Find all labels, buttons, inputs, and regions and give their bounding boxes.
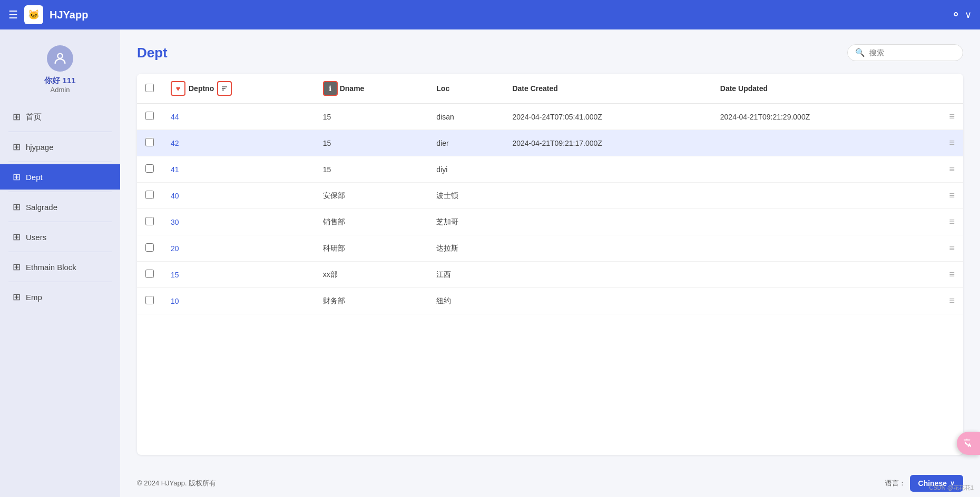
cell-deptno[interactable]: 40	[162, 183, 315, 209]
sidebar-item-ethmain-block[interactable]: ⊞ Ethmain Block	[0, 254, 120, 280]
sidebar-item-salgrade[interactable]: ⊞ Salgrade	[0, 194, 120, 220]
nav-divider	[8, 192, 112, 192]
cell-date-created	[504, 235, 711, 262]
cell-deptno[interactable]: 20	[162, 235, 315, 262]
cell-dname: 15	[315, 130, 428, 156]
cell-date-created: 2024-04-21T09:21:17.000Z	[504, 130, 711, 156]
table-row: 15 xx部 江西 ≡	[137, 262, 963, 288]
cell-date-updated	[712, 288, 919, 314]
user-role: Admin	[51, 86, 70, 94]
user-profile: 你好 111 Admin	[0, 40, 120, 104]
table-row: 10 财务部 纽约 ≡	[137, 288, 963, 314]
search-input[interactable]	[869, 48, 954, 57]
user-name: 你好 111	[44, 76, 75, 86]
col-dname-label: Dname	[340, 84, 365, 93]
row-checkbox[interactable]	[145, 112, 154, 120]
sidebar-item-users[interactable]: ⊞ Users	[0, 224, 120, 250]
row-action-button[interactable]: ≡	[919, 262, 963, 288]
user-icon-nav[interactable]: ⚬	[951, 8, 961, 22]
cell-loc: 达拉斯	[428, 235, 504, 262]
row-checkbox[interactable]	[145, 243, 154, 252]
cell-deptno[interactable]: 30	[162, 209, 315, 235]
cell-dname: 15	[315, 104, 428, 130]
row-action-button[interactable]: ≡	[919, 288, 963, 314]
col-date-updated: Date Updated	[712, 74, 919, 104]
row-action-button[interactable]: ≡	[919, 130, 963, 156]
table-row: 41 15 diyi ≡	[137, 156, 963, 183]
sidebar-item-dept[interactable]: ⊞ Dept	[0, 164, 120, 190]
cell-loc: disan	[428, 104, 504, 130]
col-date-updated-label: Date Updated	[720, 84, 768, 93]
cell-date-created: 2024-04-24T07:05:41.000Z	[504, 104, 711, 130]
cell-date-created	[504, 156, 711, 183]
heart-button[interactable]: ♥	[171, 81, 185, 96]
row-checkbox-cell	[137, 130, 162, 156]
sidebar-item-label: Emp	[26, 293, 42, 302]
cell-date-updated	[712, 235, 919, 262]
row-checkbox[interactable]	[145, 164, 154, 173]
cell-deptno[interactable]: 15	[162, 262, 315, 288]
sort-button[interactable]	[217, 81, 232, 96]
row-checkbox[interactable]	[145, 296, 154, 304]
translate-float-button[interactable]	[957, 432, 980, 455]
cell-deptno[interactable]: 44	[162, 104, 315, 130]
sidebar-item-label: Salgrade	[26, 203, 57, 212]
col-loc-label: Loc	[436, 84, 449, 93]
chevron-down-icon[interactable]: ∨	[965, 9, 972, 21]
table-row: 40 安保部 波士顿 ≡	[137, 183, 963, 209]
select-all-checkbox[interactable]	[145, 84, 154, 92]
table-container: ♥ Deptno	[137, 74, 963, 455]
row-action-button[interactable]: ≡	[919, 156, 963, 183]
col-deptno-header: ♥ Deptno	[171, 81, 306, 96]
table-row: 20 科研部 达拉斯 ≡	[137, 235, 963, 262]
row-checkbox[interactable]	[145, 217, 154, 225]
sidebar: 你好 111 Admin ⊞ 首页 ⊞ hjypage ⊞ Dept ⊞ Sal…	[0, 29, 120, 497]
select-all-cell	[137, 74, 162, 104]
info-button[interactable]: ℹ	[323, 81, 338, 96]
cell-date-updated	[712, 183, 919, 209]
row-action-button[interactable]: ≡	[919, 104, 963, 130]
cell-deptno[interactable]: 10	[162, 288, 315, 314]
cell-date-created	[504, 262, 711, 288]
avatar	[47, 45, 73, 72]
table-header-row: ♥ Deptno	[137, 74, 963, 104]
cell-deptno[interactable]: 41	[162, 156, 315, 183]
nav-items: ⊞ 首页 ⊞ hjypage ⊞ Dept ⊞ Salgrade ⊞ Users	[0, 104, 120, 310]
row-checkbox-cell	[137, 156, 162, 183]
col-actions	[919, 74, 963, 104]
nav-left: ☰ 🐱 HJYapp	[8, 5, 88, 24]
nav-divider	[8, 252, 112, 252]
sidebar-item-emp[interactable]: ⊞ Emp	[0, 284, 120, 310]
sidebar-item-label: 首页	[26, 112, 42, 122]
cell-loc: dier	[428, 130, 504, 156]
row-checkbox[interactable]	[145, 270, 154, 278]
svg-point-0	[57, 54, 62, 58]
row-checkbox[interactable]	[145, 191, 154, 199]
row-checkbox[interactable]	[145, 138, 154, 146]
nav-divider	[8, 282, 112, 282]
sidebar-item-label: hjypage	[26, 143, 54, 152]
sidebar-item-home[interactable]: ⊞ 首页	[0, 104, 120, 130]
nav-right: ⚬ ∨	[951, 8, 972, 22]
cell-loc: 江西	[428, 262, 504, 288]
sidebar-item-label: Ethmain Block	[26, 263, 76, 272]
nav-divider	[8, 222, 112, 222]
cell-deptno[interactable]: 42	[162, 130, 315, 156]
row-action-button[interactable]: ≡	[919, 183, 963, 209]
col-dname-header: ℹ Dname	[323, 81, 420, 96]
search-box[interactable]: 🔍	[847, 44, 963, 61]
sidebar-item-label: Dept	[26, 173, 43, 182]
top-nav: ☰ 🐱 HJYapp ⚬ ∨	[0, 0, 980, 29]
sidebar-item-hjypage[interactable]: ⊞ hjypage	[0, 134, 120, 160]
copyright: © 2024 HJYapp. 版权所有	[137, 479, 216, 488]
cell-date-updated	[712, 156, 919, 183]
app-title: HJYapp	[50, 9, 88, 21]
row-action-button[interactable]: ≡	[919, 209, 963, 235]
row-action-button[interactable]: ≡	[919, 235, 963, 262]
cell-date-updated: 2024-04-21T09:21:29.000Z	[712, 104, 919, 130]
main-content: Dept 🔍 ♥	[120, 29, 980, 465]
cell-dname: 销售部	[315, 209, 428, 235]
cell-loc: 纽约	[428, 288, 504, 314]
lang-label: 语言：	[885, 479, 906, 488]
hamburger-icon[interactable]: ☰	[8, 8, 18, 21]
